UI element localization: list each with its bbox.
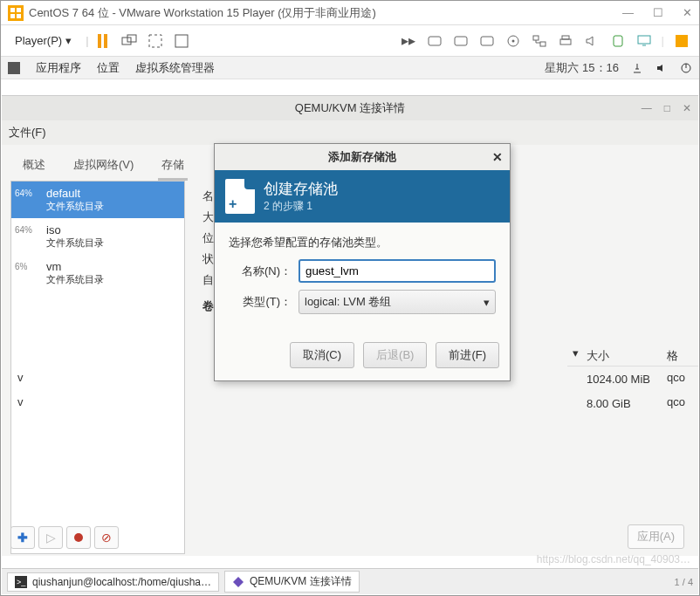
tab-overview[interactable]: 概述 xyxy=(19,152,49,181)
pool-item-default[interactable]: 64% default 文件系统目录 xyxy=(11,182,184,218)
col-sort-icon[interactable]: ▾ xyxy=(567,346,583,366)
gnome-top-bar: 应用程序 位置 虚拟系统管理器 星期六 15：16 xyxy=(1,57,699,79)
svg-rect-11 xyxy=(540,42,546,46)
qemu-minimize-icon[interactable]: — xyxy=(642,102,652,114)
sound-icon[interactable] xyxy=(583,32,600,50)
svg-rect-1 xyxy=(122,38,131,45)
task-qemu-label: QEMU/KVM 连接详情 xyxy=(250,574,352,589)
fullscreen-icon[interactable] xyxy=(147,32,164,50)
row-v1: v xyxy=(17,371,24,384)
close-icon[interactable]: ✕ xyxy=(683,6,692,19)
pool-item-iso[interactable]: 64% iso 文件系统目录 xyxy=(11,218,184,255)
dialog-footer: 取消(C) 后退(B) 前进(F) xyxy=(215,333,510,380)
activities-icon[interactable] xyxy=(8,62,20,74)
pool-pct: 6% xyxy=(15,262,27,271)
printer-icon[interactable] xyxy=(557,32,574,50)
qemu-maximize-icon[interactable]: □ xyxy=(664,102,670,114)
back-button: 后退(B) xyxy=(363,342,427,368)
type-value: logical: LVM 卷组 xyxy=(305,294,391,310)
svg-rect-10 xyxy=(533,36,539,40)
pool-item-vm[interactable]: 6% vm 文件系统目录 xyxy=(11,255,184,291)
forward-button[interactable]: 前进(F) xyxy=(436,342,499,368)
maximize-icon[interactable]: ☐ xyxy=(653,6,663,19)
task-terminal[interactable]: >_ qiushanjun@localhost:/home/qiusha… xyxy=(7,572,219,592)
svg-rect-6 xyxy=(455,37,467,45)
pause-icon[interactable] xyxy=(98,34,112,48)
qemu-titlebar: QEMU/KVM 连接详情 — □ ✕ xyxy=(2,96,698,120)
delete-pool-button[interactable]: ⊘ xyxy=(94,526,119,549)
pool-sub: 文件系统目录 xyxy=(46,273,177,286)
stop-pool-button[interactable] xyxy=(66,526,91,549)
qemu-close-icon[interactable]: ✕ xyxy=(683,102,691,114)
player-menu[interactable]: Player(P) ▾ xyxy=(10,32,77,49)
chevron-down-icon: ▾ xyxy=(65,34,72,47)
svg-rect-5 xyxy=(429,37,441,45)
col-size[interactable]: 大小 xyxy=(583,346,667,366)
cell-fmt: qco xyxy=(667,395,693,412)
places-menu[interactable]: 位置 xyxy=(97,60,120,76)
svg-text:>_: >_ xyxy=(17,578,26,586)
start-pool-button[interactable]: ▷ xyxy=(38,526,63,549)
display-icon[interactable] xyxy=(635,32,653,50)
pool-name: default xyxy=(46,187,177,200)
fast-forward-icon[interactable]: ▸▸ xyxy=(400,32,417,50)
applications-menu[interactable]: 应用程序 xyxy=(36,60,81,76)
svg-rect-12 xyxy=(560,39,571,45)
storage-pool-list[interactable]: 64% default 文件系统目录 64% iso 文件系统目录 6% vm … xyxy=(10,181,185,554)
network-status-icon[interactable] xyxy=(631,62,643,74)
add-pool-button[interactable]: ✚ xyxy=(10,526,35,549)
volume-status-icon[interactable] xyxy=(655,62,668,74)
vmware-title-text: CentOS 7 64 位 - VMware Workstation 15 Pl… xyxy=(29,5,622,21)
send-keys-icon[interactable] xyxy=(120,32,138,50)
minimize-icon[interactable]: — xyxy=(622,6,634,19)
disk1-icon[interactable] xyxy=(426,32,443,50)
dialog-title-text: 添加新存储池 xyxy=(328,149,396,165)
svg-rect-14 xyxy=(614,36,622,46)
vmware-titlebar: CentOS 7 64 位 - VMware Workstation 15 Pl… xyxy=(1,1,699,25)
pool-sub: 文件系统目录 xyxy=(46,236,177,250)
dialog-banner: 创建存储池 2 的步骤 1 xyxy=(215,170,510,223)
pool-name-input[interactable] xyxy=(299,259,496,283)
banner-step: 2 的步骤 1 xyxy=(264,199,338,214)
pool-type-select[interactable]: logical: LVM 卷组 ▾ xyxy=(299,290,496,314)
cell-size: 1024.00 MiB xyxy=(583,371,667,387)
pool-pct: 64% xyxy=(15,225,32,235)
network-icon[interactable] xyxy=(531,32,548,50)
tools-icon[interactable] xyxy=(673,32,690,50)
svg-rect-16 xyxy=(676,35,688,47)
name-label: 名称(N)： xyxy=(229,264,292,279)
dialog-body: 选择您希望配置的存储池类型。 名称(N)： 类型(T)： logical: LV… xyxy=(215,223,510,333)
disk2-icon[interactable] xyxy=(452,32,470,50)
dialog-close-icon[interactable]: ✕ xyxy=(492,150,503,164)
power-status-icon[interactable] xyxy=(680,62,692,74)
row-v2: v xyxy=(17,395,24,408)
cancel-button[interactable]: 取消(C) xyxy=(290,342,354,368)
clock-text[interactable]: 星期六 15：16 xyxy=(545,60,619,76)
player-menu-label: Player(P) xyxy=(15,34,62,47)
svg-rect-7 xyxy=(481,37,493,45)
col-fmt[interactable]: 格 xyxy=(667,346,693,366)
disk3-icon[interactable] xyxy=(478,32,496,50)
gnome-taskbar: >_ qiushanjun@localhost:/home/qiusha… QE… xyxy=(2,568,698,594)
dialog-titlebar: 添加新存储池 ✕ xyxy=(215,144,510,170)
usb-icon[interactable] xyxy=(609,32,627,50)
vmware-toolbar: Player(P) ▾ | ▸▸ | xyxy=(1,25,699,57)
svg-rect-2 xyxy=(127,35,136,42)
watermark-text: https://blog.csdn.net/qq_40903… xyxy=(537,553,690,565)
cd-icon[interactable] xyxy=(504,32,522,50)
pool-action-bar: ✚ ▷ ⊘ xyxy=(10,526,119,549)
tab-virtual-network[interactable]: 虚拟网络(V) xyxy=(70,152,137,181)
pool-name: vm xyxy=(46,260,177,273)
task-terminal-label: qiushanjun@localhost:/home/qiusha… xyxy=(32,576,211,588)
svg-point-9 xyxy=(511,39,514,42)
unity-icon[interactable] xyxy=(173,32,190,50)
task-qemu[interactable]: QEMU/KVM 连接详情 xyxy=(224,571,360,593)
svg-rect-13 xyxy=(562,36,569,39)
qemu-title-text: QEMU/KVM 连接详情 xyxy=(295,100,405,116)
svg-rect-3 xyxy=(149,35,161,47)
tab-storage[interactable]: 存储 xyxy=(158,152,188,181)
virt-manager-menu[interactable]: 虚拟系统管理器 xyxy=(135,60,215,76)
apply-button: 应用(A) xyxy=(628,524,684,549)
workspace-pager[interactable]: 1 / 4 xyxy=(675,577,693,587)
file-menu[interactable]: 文件(F) xyxy=(9,125,46,140)
